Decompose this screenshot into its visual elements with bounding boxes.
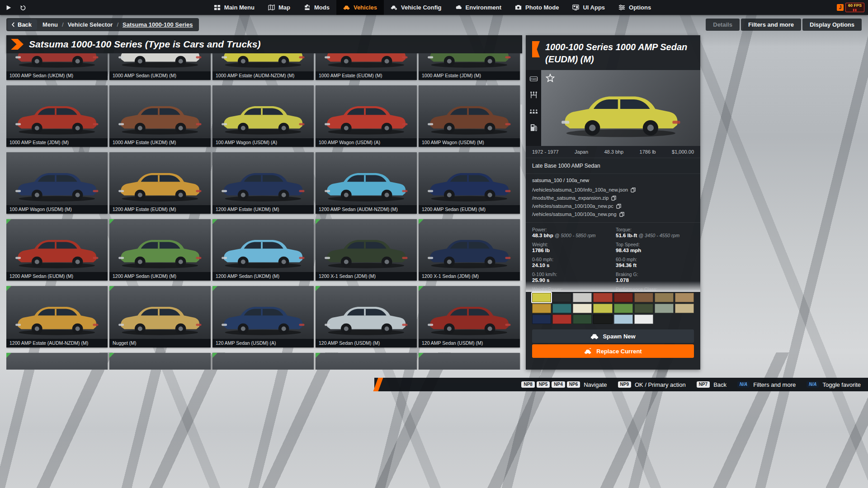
vehicle-thumbnail <box>109 353 211 370</box>
top-menu-item-photo-mode[interactable]: Photo Mode <box>508 0 566 15</box>
vehicle-card[interactable]: 120 AMP Sedan (USDM) (M) <box>316 286 417 347</box>
top-menu-item-ui-apps[interactable]: UI Apps <box>566 0 612 15</box>
breadcrumb-item[interactable]: Satsuma 1000-100 Series <box>123 21 193 28</box>
back-button[interactable]: Back <box>8 19 37 30</box>
color-swatch[interactable] <box>593 293 612 302</box>
color-swatch[interactable] <box>573 293 592 302</box>
grid-scrollbar[interactable] <box>520 54 522 369</box>
undo-icon[interactable] <box>20 5 26 11</box>
top-menu-item-map[interactable]: Map <box>261 0 297 15</box>
mod-flag <box>419 353 424 358</box>
vehicle-card[interactable]: 1200 X-1 Sedan (JDM) (M) <box>316 219 417 281</box>
color-swatch[interactable] <box>634 314 653 324</box>
vehicle-card[interactable]: 1200 AMP Estate (EUDM) (M) <box>109 152 211 214</box>
color-swatch[interactable] <box>614 314 633 324</box>
vehicle-card[interactable]: 1200 AMP Sedan (UKDM) (M) <box>212 219 314 281</box>
color-swatch[interactable] <box>675 293 694 302</box>
vehicle-card[interactable]: 100 AMP Wagon (USDM) (M) <box>6 152 108 214</box>
vehicle-thumbnail <box>316 219 417 272</box>
vehicle-card[interactable]: 1000 AMP Estate (UKDM) (M) <box>109 85 211 147</box>
tab-filters-and-more[interactable]: Filters and more <box>741 19 801 31</box>
tab-display-options[interactable]: Display Options <box>802 19 862 31</box>
vehicle-card[interactable] <box>316 353 417 370</box>
vehicle-card[interactable]: 120 AMP Sedan (USDM) (M) <box>419 286 520 347</box>
vehicle-card[interactable]: 1200 AMP Sedan (AUDM-NZDM) (M) <box>316 152 417 214</box>
top-menu-item-vehicle-config[interactable]: Vehicle Config <box>384 0 448 15</box>
top-menu-item-environment[interactable]: Environment <box>448 0 508 15</box>
color-swatch[interactable] <box>634 293 653 302</box>
color-swatch[interactable] <box>532 314 551 324</box>
vehicle-thumbnail <box>6 219 108 272</box>
color-swatch[interactable] <box>573 304 592 313</box>
top-menu-item-main-menu[interactable]: Main Menu <box>207 0 261 15</box>
car-image <box>321 53 412 71</box>
color-swatch[interactable] <box>655 293 674 302</box>
vehicle-card[interactable] <box>419 353 520 370</box>
copy-icon[interactable] <box>631 188 636 192</box>
vehicle-name: 1000 AMP Estate (JDM) (M) <box>419 71 520 80</box>
vehicle-card[interactable]: Nugget (M) <box>109 286 211 347</box>
color-swatch[interactable] <box>552 293 571 302</box>
vehicle-card[interactable]: 100 AMP Wagon (USDM) (M) <box>419 85 520 147</box>
vehicle-card[interactable]: 1000 AMP Estate (JDM) (M) <box>419 53 520 80</box>
color-swatch[interactable] <box>593 304 612 313</box>
vehicle-card[interactable]: 1200 AMP Sedan (EUDM) (M) <box>419 152 520 214</box>
car-image <box>11 230 103 272</box>
top-menu-item-mods[interactable]: Mods <box>297 0 336 15</box>
list-title: Satsuma 1000-100 Series (Type is Cars an… <box>29 39 260 50</box>
top-menu-label: Vehicles <box>354 4 377 11</box>
color-swatch[interactable] <box>614 304 633 313</box>
vehicle-card[interactable]: 120 AMP Sedan (USDM) (A) <box>212 286 314 347</box>
vehicle-thumbnail <box>109 152 211 205</box>
color-swatch[interactable] <box>573 314 592 324</box>
vehicle-name: 1200 AMP Sedan (EUDM) (M) <box>419 205 520 214</box>
color-swatch[interactable] <box>593 314 612 324</box>
breadcrumb-item[interactable]: Vehicle Selector <box>68 21 113 28</box>
replace-current-button[interactable]: Replace Current <box>532 344 694 358</box>
vehicle-card[interactable]: 1000 AMP Sedan (UKDM) (M) <box>109 53 211 80</box>
vehicle-name: 1000 AMP Estate (AUDM-NZDM) (M) <box>212 71 314 80</box>
color-swatch[interactable] <box>655 304 674 313</box>
vehicle-card[interactable]: 1200 AMP Estate (UKDM) (M) <box>212 152 314 214</box>
color-swatch-selected[interactable] <box>532 293 551 302</box>
color-swatch[interactable] <box>614 293 633 302</box>
vehicle-thumbnail <box>212 286 314 339</box>
vehicle-card[interactable] <box>109 353 211 370</box>
breadcrumb-item[interactable]: Menu <box>42 21 58 28</box>
copy-icon[interactable] <box>619 212 624 217</box>
vehicle-card[interactable]: 1200 X-1 Sedan (JDM) (M) <box>419 219 520 281</box>
top-menu-item-vehicles[interactable]: Vehicles <box>336 0 384 15</box>
vehicle-card[interactable]: 1000 AMP Estate (JDM) (M) <box>6 85 108 147</box>
color-swatch[interactable] <box>532 304 551 313</box>
file-paths: /vehicles/satsuma_100/info_100a_new.json… <box>532 186 694 218</box>
vehicle-card[interactable]: 100 AMP Wagon (USDM) (A) <box>316 85 417 147</box>
tab-details[interactable]: Details <box>706 19 740 31</box>
color-swatch[interactable] <box>634 304 653 313</box>
favorite-star-icon[interactable] <box>545 73 555 83</box>
vehicle-card[interactable]: 1200 AMP Estate (AUDM-NZDM) (M) <box>6 286 108 347</box>
vehicle-card[interactable]: 1000 AMP Sedan (UKDM) (M) <box>6 53 108 80</box>
copy-icon[interactable] <box>616 204 621 209</box>
vehicle-card[interactable]: 100 AMP Wagon (USDM) (A) <box>212 85 314 147</box>
color-swatch[interactable] <box>552 304 571 313</box>
color-swatch[interactable] <box>552 314 571 324</box>
vehicle-card[interactable] <box>212 353 314 370</box>
grid-scrollbar-thumb[interactable] <box>520 104 522 281</box>
vehicle-card[interactable]: 1200 AMP Sedan (EUDM) (M) <box>6 219 108 281</box>
color-swatch[interactable] <box>675 304 694 313</box>
play-icon[interactable] <box>5 5 12 11</box>
vehicle-card[interactable]: 1000 AMP Estate (EUDM) (M) <box>316 53 417 80</box>
vehicle-card[interactable]: 1000 AMP Estate (AUDM-NZDM) (M) <box>212 53 314 80</box>
breadcrumb: Back Menu/Vehicle Selector/Satsuma 1000-… <box>6 18 199 31</box>
top-menu-item-options[interactable]: Options <box>612 0 658 15</box>
hint-navigate: NP8NP5NP4NP6Navigate <box>521 381 607 388</box>
stats-grid: Power:48.3 bhp @ 5000 - 5850 rpmTorque:5… <box>526 223 700 291</box>
spawn-new-button[interactable]: Spawn New <box>532 329 694 343</box>
copy-icon[interactable] <box>611 196 616 201</box>
stat-top-speed: Top Speed:98.43 mph <box>616 242 694 253</box>
vehicle-card[interactable]: 1200 AMP Sedan (UKDM) (M) <box>109 219 211 281</box>
car-image <box>11 297 103 338</box>
selected-vehicle-title: 1000-100 Series 1000 AMP Sedan (EUDM) (M… <box>545 41 694 66</box>
vehicle-card[interactable] <box>6 353 108 370</box>
seats-icon <box>529 107 538 116</box>
